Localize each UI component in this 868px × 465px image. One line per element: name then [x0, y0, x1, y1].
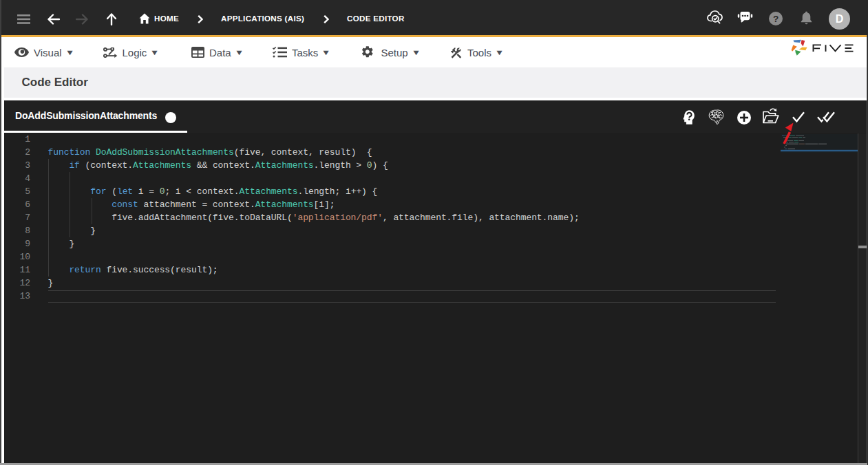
svg-text:?: ?: [773, 14, 779, 24]
